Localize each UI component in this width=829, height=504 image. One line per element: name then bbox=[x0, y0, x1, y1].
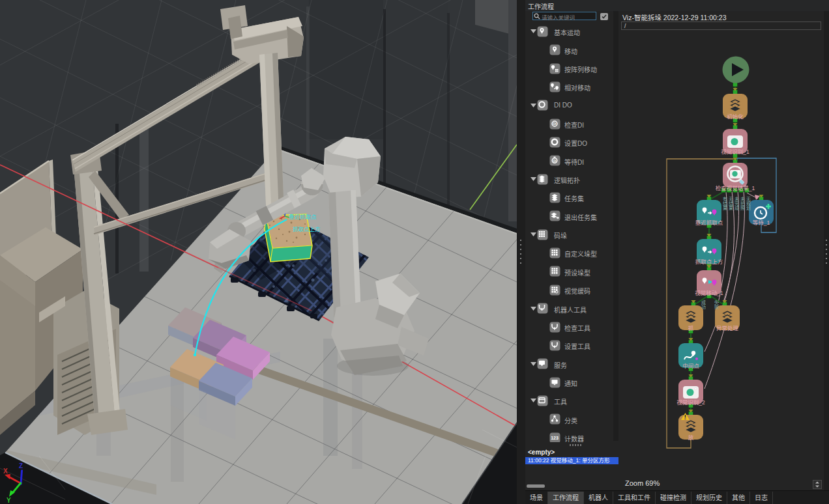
svg-text:未拍照: 未拍照 bbox=[740, 196, 746, 211]
svg-text:DI: DI bbox=[553, 160, 556, 163]
svg-text:未完成: 未完成 bbox=[734, 196, 740, 211]
svg-text:视觉识别_1: 视觉识别_1 bbox=[721, 148, 749, 155]
svg-text:失败: 失败 bbox=[714, 300, 720, 310]
svg-text:靠近抓取点: 靠近抓取点 bbox=[695, 219, 723, 226]
svg-text:X: X bbox=[3, 468, 8, 475]
svg-text:视觉移动_1: 视觉移动_1 bbox=[695, 290, 723, 296]
svg-text:DI: DI bbox=[553, 122, 557, 126]
svg-text:靠近抓取点: 靠近抓取点 bbox=[289, 214, 317, 220]
svg-text:检查视觉结果_1: 检查视觉结果_1 bbox=[716, 185, 755, 191]
svg-text:放: 放 bbox=[688, 434, 694, 441]
svg-text:中间点: 中间点 bbox=[682, 363, 699, 369]
svg-text:视觉识别_2: 视觉识别_2 bbox=[676, 399, 705, 406]
svg-text:初始化: 初始化 bbox=[727, 113, 744, 120]
svg-text:Z: Z bbox=[19, 462, 23, 469]
svg-text:等待_1: 等待_1 bbox=[753, 219, 770, 226]
svg-text:无规划: 无规划 bbox=[746, 197, 751, 210]
svg-text:Y: Y bbox=[7, 497, 11, 504]
svg-text:异常处理: 异常处理 bbox=[716, 325, 739, 331]
svg-text:123: 123 bbox=[551, 435, 559, 440]
svg-text:有结果: 有结果 bbox=[723, 196, 728, 211]
svg-text:抓取点上方: 抓取点上方 bbox=[293, 226, 321, 232]
svg-text:无结果: 无结果 bbox=[729, 197, 734, 211]
svg-text:成功: 成功 bbox=[701, 300, 706, 310]
svg-text:抓: 抓 bbox=[688, 325, 694, 331]
svg-text:抓取点上方: 抓取点上方 bbox=[695, 259, 723, 265]
